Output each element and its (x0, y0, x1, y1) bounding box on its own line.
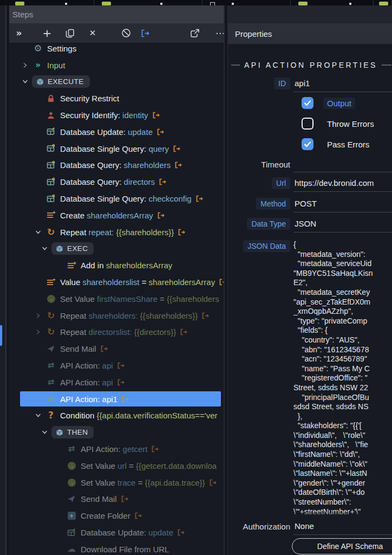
export-arrow-icon[interactable] (180, 328, 188, 335)
more-options-icon[interactable]: ⋯ (215, 28, 224, 38)
tree-row-input[interactable]: »Input (9, 57, 224, 74)
tree-row-database-query-shareholders[interactable]: Database Query: shareholders (9, 157, 224, 174)
tree-row-download-file-from-url[interactable]: ☁Download File from URL (9, 541, 224, 555)
tab[interactable] (291, 0, 374, 5)
chevron-right-icon[interactable] (35, 313, 45, 319)
export-arrow-icon[interactable] (100, 345, 109, 352)
tab[interactable] (0, 0, 94, 5)
tab-strip (0, 0, 392, 5)
scope-pill-then[interactable]: THEN (51, 426, 94, 438)
export-arrow-icon[interactable] (134, 512, 143, 519)
disable-step-icon[interactable] (121, 28, 132, 38)
scope-pill-execute[interactable]: EXECUTE (32, 75, 90, 88)
tree-row-api-action-api[interactable]: ⇄API Action: api (9, 374, 224, 391)
list-out-icon (45, 278, 57, 287)
app-badge-icon (15, 2, 24, 5)
tree-row-settings[interactable]: ⚙Settings (9, 40, 224, 57)
id-input[interactable]: api1 (293, 78, 392, 92)
delete-step-icon[interactable]: ✕ (87, 28, 98, 38)
run-step-icon[interactable] (140, 28, 151, 38)
tree-row-database-update-update[interactable]: Database Update: update (9, 124, 224, 140)
export-arrow-icon[interactable] (173, 145, 181, 152)
tree-row-security-restrict[interactable]: Security Restrict (9, 90, 224, 107)
export-arrow-icon[interactable] (151, 446, 160, 453)
authorization-select[interactable]: None (293, 520, 392, 535)
define-api-schema-button[interactable]: Define API Schema (292, 538, 392, 554)
scope-pill-exec[interactable]: EXEC (51, 242, 94, 255)
export-arrow-icon[interactable] (121, 495, 129, 502)
tree-row-condition-api-data-verificationstatus-ve[interactable]: ?Condition {{api.data.verificationStatus… (9, 408, 224, 424)
tree-row-label: Set Value firstNamesShare = {{shareholde… (60, 294, 219, 304)
copy-step-icon[interactable] (64, 28, 75, 38)
chevron-down-icon[interactable] (22, 79, 32, 85)
checkbox-label: Pass Errors (323, 139, 373, 150)
chevron-down-icon[interactable] (42, 246, 51, 251)
export-arrow-icon[interactable] (174, 162, 183, 169)
chevron-down-icon[interactable] (35, 412, 45, 418)
checked-checkbox[interactable] (302, 97, 313, 109)
tree-row-add-in-shareholdersarray[interactable]: Add in shareholdersArray (9, 257, 224, 274)
tree-row-set-value-url-getcert-data-downloa[interactable]: →Set Value url = {{getcert.data.downloa (9, 457, 224, 474)
export-arrow-icon[interactable] (117, 362, 126, 369)
tree-row-exec[interactable]: EXEC (9, 241, 224, 257)
scope-pill-label: THEN (67, 428, 88, 436)
tab[interactable] (374, 0, 392, 5)
tree-row-set-value-firstnamesshare-shareholders[interactable]: →Set Value firstNamesShare = {{sharehold… (9, 291, 224, 307)
tree-row-create-shareholdersarray[interactable]: Create shareholdersArray (9, 207, 224, 224)
tree-row-send-mail[interactable]: Send Mail (9, 491, 224, 508)
tree-row-database-single-query-query[interactable]: Database Single Query: query (9, 140, 224, 157)
export-arrow-icon[interactable] (121, 396, 130, 403)
tree-row-create-folder[interactable]: +Create Folder (9, 507, 224, 524)
export-arrow-icon[interactable] (177, 529, 186, 536)
data-type-select[interactable]: JSON (293, 218, 392, 233)
tree-row-security-identify-identity[interactable]: Security Identify: identity (9, 107, 224, 124)
share-step-icon[interactable] (189, 28, 200, 38)
tree-row-repeat-directorslist-directors[interactable]: ↻Repeat directorslist: {{directors}} (9, 324, 224, 341)
collapse-all-icon[interactable]: » (14, 28, 24, 38)
json-data-textarea[interactable]: { "metadata_version": "metadata_serviceU… (293, 240, 392, 518)
tree-row-label: Condition {{api.data.verificationStatus=… (60, 411, 218, 420)
tree-row-then[interactable]: THEN (9, 424, 224, 441)
tree-row-api-action-getcert[interactable]: ⇄API Action: getcert (9, 441, 224, 457)
tree-row-database-update-update[interactable]: Database Update: update (9, 524, 224, 541)
tree-row-value-shareholderslist-shareholdersarray[interactable]: Value shareholderslist = shareholdersArr… (9, 274, 224, 291)
tree-row-execute[interactable]: EXECUTE (9, 74, 224, 91)
export-arrow-icon[interactable] (157, 212, 166, 219)
export-arrow-icon[interactable] (152, 112, 161, 119)
tree-row-set-value-trace-api-data-trace[interactable]: →Set Value trace = {{api.data.trace}} (9, 474, 224, 491)
export-arrow-icon[interactable] (117, 379, 126, 386)
tree-row-database-query-directors[interactable]: Database Query: directors (9, 173, 224, 190)
tree-row-api-action-api[interactable]: ⇄API Action: api (9, 357, 224, 374)
tree-row-api-action-api1[interactable]: ⇄API Action: api1 (9, 391, 224, 408)
json-data-label: JSON Data (243, 240, 290, 252)
export-arrow-icon[interactable] (159, 178, 167, 185)
person-icon (45, 111, 57, 120)
tree-row-repeat-repeat-shareholders[interactable]: ↻Repeat repeat: {{shareholders}} (9, 224, 224, 241)
panel-splitter[interactable] (224, 5, 228, 555)
repeat-icon: ↻ (45, 228, 57, 237)
tab[interactable] (94, 0, 202, 5)
checked-checkbox[interactable] (302, 138, 313, 150)
tree-row-label: Repeat directorslist: {{directors}} (60, 327, 176, 337)
export-arrow-icon[interactable] (178, 229, 186, 236)
chevron-right-icon[interactable] (22, 62, 32, 68)
chevron-down-icon[interactable] (35, 229, 45, 235)
timeout-input[interactable] (293, 158, 392, 172)
export-arrow-icon[interactable] (219, 279, 224, 286)
method-select[interactable]: POST (293, 198, 392, 212)
url-input[interactable]: https://dev.bronid.com (293, 177, 392, 192)
chevron-down-icon[interactable] (42, 429, 51, 435)
unchecked-checkbox[interactable] (302, 118, 313, 130)
export-arrow-icon[interactable] (201, 312, 210, 319)
tab[interactable] (202, 0, 291, 5)
steps-panel: Steps »+✕⋯ ⚙Settings»InputEXECUTESecurit… (9, 5, 224, 555)
tree-row-database-single-query-checkconfig[interactable]: Database Single Query: checkconfig (9, 190, 224, 207)
add-step-icon[interactable]: + (42, 28, 53, 38)
tree-row-repeat-shareholders-shareholders[interactable]: ↻Repeat shareholders: {{shareholders}} (9, 307, 224, 324)
export-arrow-icon[interactable] (156, 128, 165, 135)
export-arrow-icon[interactable] (209, 479, 218, 486)
chevron-right-icon[interactable] (35, 329, 45, 335)
tree-row-label: Security Restrict (60, 94, 119, 103)
export-arrow-icon[interactable] (195, 195, 204, 202)
tree-row-send-mail[interactable]: Send Mail (9, 340, 224, 357)
